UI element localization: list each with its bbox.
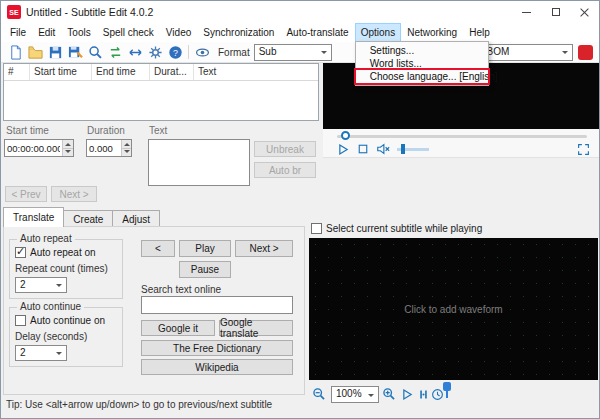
menu-video[interactable]: Video (160, 23, 197, 42)
source-view-icon[interactable] (578, 45, 593, 60)
waveform-position-marker[interactable] (443, 382, 451, 391)
menu-item-choose-language[interactable]: Choose language... [English] (356, 70, 488, 83)
next-subtitle-button[interactable]: Next > (51, 186, 97, 202)
auto-br-button[interactable]: Auto br (254, 162, 316, 178)
window-title: Untitled - Subtitle Edit 4.0.2 (26, 6, 153, 18)
delay-select[interactable]: 2 (15, 345, 67, 361)
video-mute-button[interactable] (375, 142, 391, 156)
search-text-input[interactable] (141, 296, 293, 314)
fullscreen-button[interactable] (575, 142, 591, 156)
replace-icon[interactable] (105, 43, 125, 61)
prev-subtitle-button[interactable]: < Prev (5, 186, 47, 202)
google-it-button[interactable]: Google it (141, 320, 215, 336)
waveform-area[interactable]: Click to add waveform (309, 238, 598, 380)
spin-down-icon[interactable] (122, 149, 131, 157)
auto-repeat-group-label: Auto repeat (17, 233, 75, 244)
close-button[interactable] (570, 1, 599, 23)
subtitle-list[interactable]: # Start time End time Durat... Text (3, 63, 319, 121)
video-seek-thumb[interactable] (341, 131, 350, 140)
menu-item-settings[interactable]: Settings... (356, 44, 488, 57)
auto-repeat-checkbox[interactable]: Auto repeat on (15, 247, 96, 258)
repeat-count-select[interactable]: 2 (15, 277, 67, 293)
video-play-button[interactable] (335, 142, 351, 156)
column-text[interactable]: Text (194, 64, 318, 80)
zoom-out-icon[interactable] (311, 386, 327, 402)
tab-adjust[interactable]: Adjust (112, 210, 160, 227)
zoom-in-icon[interactable] (381, 386, 397, 402)
maximize-button[interactable] (541, 1, 570, 23)
unbreak-button[interactable]: Unbreak (254, 141, 316, 157)
google-translate-button[interactable]: Google translate (219, 320, 293, 336)
tab-translate[interactable]: Translate (3, 207, 64, 227)
video-preview-eye-icon[interactable] (192, 43, 212, 61)
search-text-online-label: Search text online (141, 284, 221, 295)
duration-spin-buttons (121, 140, 131, 156)
wikipedia-button[interactable]: Wikipedia (141, 359, 293, 375)
waveform-placeholder: Click to add waveform (404, 304, 502, 315)
svg-text:?: ? (173, 47, 178, 57)
auto-continue-group-label: Auto continue (17, 301, 84, 312)
start-time-spinner[interactable] (4, 139, 74, 157)
menu-spell-check[interactable]: Spell check (97, 23, 160, 42)
start-time-spin-buttons (62, 140, 73, 156)
help-icon[interactable]: ? (165, 43, 185, 61)
menu-item-word-lists[interactable]: Word lists... (356, 57, 488, 70)
new-file-icon[interactable] (5, 43, 25, 61)
tab-create[interactable]: Create (63, 210, 113, 227)
open-file-icon[interactable] (25, 43, 45, 61)
spin-down-icon[interactable] (63, 149, 73, 157)
subtitle-text-area[interactable] (148, 139, 250, 186)
minimize-button[interactable] (512, 1, 541, 23)
video-controls (323, 129, 599, 158)
video-stop-button[interactable] (355, 142, 371, 156)
zoom-level-select[interactable]: 100% (331, 386, 379, 403)
select-current-subtitle-checkbox[interactable]: Select current subtitle while playing (311, 223, 482, 234)
duration-label: Duration (87, 125, 125, 136)
menu-options-label: Options (361, 27, 395, 38)
text-label: Text (149, 125, 167, 136)
auto-continue-checkbox[interactable]: Auto continue on (15, 315, 105, 326)
duration-spinner[interactable] (86, 139, 132, 157)
main-toolbar: ? Format Sub with BOM (1, 42, 599, 63)
save-as-icon[interactable] (65, 43, 85, 61)
column-start-time[interactable]: Start time (30, 64, 92, 80)
subtitle-list-body[interactable] (4, 81, 318, 120)
find-icon[interactable] (85, 43, 105, 61)
column-end-time[interactable]: End time (92, 64, 150, 80)
window-controls (512, 1, 599, 23)
column-number[interactable]: # (4, 64, 30, 80)
video-seek-slider[interactable] (337, 135, 587, 138)
free-dictionary-button[interactable]: The Free Dictionary (141, 340, 293, 356)
tip-text: Tip: Use <alt+arrow up/down> to go to pr… (6, 399, 272, 410)
volume-thumb[interactable] (401, 144, 405, 154)
menu-edit[interactable]: Edit (32, 23, 61, 42)
settings-gear-icon[interactable] (145, 43, 165, 61)
save-icon[interactable] (45, 43, 65, 61)
start-time-label: Start time (6, 125, 49, 136)
duration-input[interactable] (87, 140, 121, 156)
menu-networking[interactable]: Networking (401, 23, 463, 42)
translate-play-button[interactable]: Play (179, 240, 231, 257)
toolbar-separator (188, 45, 189, 59)
app-window: SE Untitled - Subtitle Edit 4.0.2 File E… (0, 0, 600, 419)
column-duration[interactable]: Durat... (150, 64, 194, 80)
menu-auto-translate[interactable]: Auto-translate (280, 23, 354, 42)
menu-options[interactable]: Options Settings... Word lists... Choose… (355, 23, 401, 42)
visual-sync-icon[interactable] (125, 43, 145, 61)
menu-synchronization[interactable]: Synchronization (197, 23, 280, 42)
spin-up-icon[interactable] (122, 140, 131, 149)
auto-continue-checkbox-label: Auto continue on (30, 315, 105, 326)
waveform-play-icon[interactable] (399, 386, 415, 402)
menu-file[interactable]: File (4, 23, 32, 42)
format-label: Format (218, 47, 250, 58)
menu-help[interactable]: Help (463, 23, 496, 42)
start-time-input[interactable] (5, 140, 62, 156)
translate-prev-button[interactable]: < (141, 240, 175, 257)
spin-up-icon[interactable] (63, 140, 73, 149)
translate-pause-button[interactable]: Pause (179, 261, 231, 278)
translate-next-button[interactable]: Next > (235, 240, 293, 257)
select-current-subtitle-label: Select current subtitle while playing (326, 223, 482, 234)
menu-tools[interactable]: Tools (61, 23, 96, 42)
subtitle-list-header: # Start time End time Durat... Text (4, 64, 318, 81)
format-select[interactable]: Sub (254, 44, 332, 61)
